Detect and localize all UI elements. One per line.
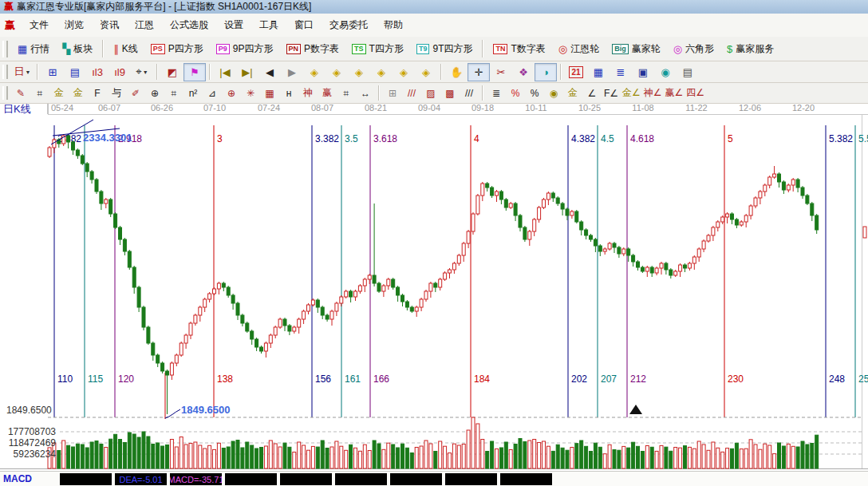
draw-tool-width-measure[interactable]: ↔ bbox=[356, 85, 375, 101]
draw-tool-pen-tool[interactable]: ✎ bbox=[11, 85, 30, 101]
draw-tool-shen-ruler[interactable]: 神 bbox=[298, 85, 318, 101]
toolbar-button-diamond-horizontal[interactable]: ◈ bbox=[326, 63, 348, 81]
draw-tool-angle-gold-tool[interactable]: 金∠ bbox=[621, 85, 642, 101]
toolbar-button-save[interactable]: ▣ bbox=[632, 63, 654, 81]
draw-tool-gold-ruler-1[interactable]: 金 bbox=[49, 85, 69, 101]
draw-tool-angle-ying-tool[interactable]: 赢∠ bbox=[664, 85, 685, 101]
draw-tool-percent-red-tool[interactable]: % bbox=[506, 85, 525, 101]
toolbar-button-bars-3[interactable]: ıl3 bbox=[86, 63, 108, 81]
draw-tool-compass-tool[interactable]: ⊕ bbox=[222, 85, 241, 101]
draw-tool-gold-line-tool[interactable]: 金 bbox=[563, 85, 582, 101]
draw-tool-list-percent-tool[interactable]: ≣ bbox=[487, 85, 506, 101]
toolbar-button-p-square[interactable]: PSP四方形 bbox=[144, 39, 210, 59]
toolbar-button-winner-wheel[interactable]: Big赢家轮 bbox=[606, 39, 667, 59]
menu-trade-order[interactable]: 交易委托 bbox=[322, 16, 376, 34]
toolbar-button-kline-style-dropdown[interactable]: 日▼ bbox=[11, 63, 34, 81]
toolbar-button-chart-network[interactable]: ⊞ bbox=[41, 63, 64, 81]
toolbar-grip[interactable] bbox=[2, 65, 8, 79]
marker-triangle[interactable] bbox=[629, 405, 642, 414]
toolbar-button-t-square[interactable]: TST四方形 bbox=[345, 39, 410, 59]
toolbar-button-winner-service[interactable]: $赢家服务 bbox=[720, 39, 780, 59]
toolbar-button-calculator[interactable]: ▦ bbox=[587, 63, 610, 81]
draw-tool-gold-ruler-2[interactable]: 金 bbox=[69, 85, 88, 101]
gann-top-label: 3.618 bbox=[373, 133, 397, 144]
toolbar-button-quotes[interactable]: ▦行情 bbox=[11, 39, 56, 59]
toolbar-button-pin-dropdown[interactable]: ⌖▼ bbox=[131, 63, 153, 81]
toolbar-button-calendar-21[interactable]: 21 bbox=[565, 63, 587, 81]
toolbar-button-hand-tool[interactable]: ✋ bbox=[445, 63, 468, 81]
menu-tools[interactable]: 工具 bbox=[251, 16, 286, 34]
toolbar-grip[interactable] bbox=[2, 86, 8, 101]
draw-tool-fan-lines-tool[interactable]: /// bbox=[402, 85, 421, 101]
toolbar-button-last-page[interactable]: ▶| bbox=[236, 63, 258, 81]
draw-tool-ruler-tool[interactable]: ⌗ bbox=[30, 85, 49, 101]
draw-tool-angle-four-tool[interactable]: 四∠ bbox=[685, 85, 706, 101]
draw-tool-angle-j-tool[interactable]: ∠ bbox=[582, 85, 602, 101]
toolbar-button-step-forward[interactable]: ▶ bbox=[281, 63, 303, 81]
draw-tool-clock-cycle-tool[interactable]: ⊕ bbox=[145, 85, 164, 101]
toolbar-button-crosshair-tool[interactable]: ✛ bbox=[468, 63, 490, 81]
draw-tool-hash-ruler[interactable]: ⌗ bbox=[164, 85, 183, 101]
toolbar-button-step-back[interactable]: ◀ bbox=[258, 63, 281, 81]
toolbar-button-gann-wheel[interactable]: ◎江恩轮 bbox=[552, 39, 606, 59]
toolbar-button-print[interactable]: ▤ bbox=[677, 63, 699, 81]
menu-help[interactable]: 帮助 bbox=[376, 16, 411, 34]
draw-tool-angle-shen-tool[interactable]: 神∠ bbox=[642, 85, 664, 101]
menu-window[interactable]: 窗口 bbox=[286, 16, 322, 34]
draw-tool-dense-box-tool[interactable]: ▩ bbox=[440, 85, 460, 101]
kline-chart-canvas[interactable]: 日K线 2.8821101152.91812031383.3821563.516… bbox=[0, 103, 868, 471]
toolbar-button-gann-shape-tool[interactable]: ❖ bbox=[512, 63, 535, 81]
web-save-icon: ◉ bbox=[661, 66, 669, 78]
toolbar-button-diamond-all[interactable]: ◈ bbox=[415, 63, 437, 81]
draw-tool-number-ruler-123[interactable]: ⌗ bbox=[337, 85, 356, 101]
toolbar-button-hexagon[interactable]: ◎六角形 bbox=[667, 39, 720, 59]
menu-browse[interactable]: 浏览 bbox=[57, 16, 92, 34]
toolbar-button-diamond-left[interactable]: ◈ bbox=[303, 63, 326, 81]
toolbar-button-diamond-out[interactable]: ◈ bbox=[393, 63, 415, 81]
toolbar-button-web-save[interactable]: ◉ bbox=[654, 63, 677, 81]
toolbar-button-t-number-table[interactable]: TNT数字表 bbox=[487, 39, 551, 59]
volume-bar bbox=[340, 446, 343, 468]
toolbar-grip[interactable] bbox=[2, 41, 8, 57]
draw-tool-f-ruler[interactable]: F bbox=[88, 85, 107, 101]
draw-tool-angle-f-tool[interactable]: F∠ bbox=[602, 85, 621, 101]
toolbar-button-color-flag[interactable]: ⚑ bbox=[183, 63, 206, 81]
toolbar-button-cycle-tool[interactable]: ◑ bbox=[535, 63, 557, 81]
toolbar-button-kline[interactable]: ∥K线 bbox=[107, 39, 144, 59]
draw-tool-angle-line-tool[interactable]: ⊿ bbox=[203, 85, 222, 101]
toolbar-button-info-document[interactable]: ▤ bbox=[64, 63, 86, 81]
toolbar-button-diamond-in[interactable]: ◈ bbox=[370, 63, 393, 81]
draw-tool-grid-web-tool[interactable]: ▦ bbox=[260, 85, 279, 101]
volume-bar bbox=[420, 446, 423, 468]
draw-tool-web-tool[interactable]: ✳ bbox=[241, 85, 260, 101]
toolbar-button-9t-square[interactable]: T99T四方形 bbox=[410, 39, 479, 59]
candle-body bbox=[105, 200, 108, 203]
draw-tool-red-pen-tool[interactable]: ✐ bbox=[126, 85, 145, 101]
draw-tool-frame-select-tool[interactable]: ⊞ bbox=[383, 85, 402, 101]
title-bar[interactable]: 赢 赢家江恩专业版[赢家内部服务平台] - [上证指数 SH1A0001-167… bbox=[0, 0, 868, 14]
toolbar-button-diamond-vertical[interactable]: ◈ bbox=[348, 63, 370, 81]
toolbar-button-bars-9[interactable]: ıl9 bbox=[108, 63, 131, 81]
toolbar-button-9p-square[interactable]: P99P四方形 bbox=[210, 39, 280, 59]
draw-tool-percent-tool[interactable]: % bbox=[525, 85, 544, 101]
toolbar-button-sectors[interactable]: ▚板块 bbox=[56, 39, 99, 59]
draw-tool-ying-ruler[interactable]: 赢 bbox=[318, 85, 337, 101]
toolbar-button-angle-measure-tool[interactable]: ✂ bbox=[490, 63, 512, 81]
draw-tool-parallel-lines-tool[interactable]: /// bbox=[460, 85, 479, 101]
menu-settings[interactable]: 设置 bbox=[216, 16, 251, 34]
diamond-horizontal-icon: ◈ bbox=[333, 66, 341, 78]
draw-tool-gold-circle-tool[interactable]: ◉ bbox=[544, 85, 563, 101]
toolbar-button-style-frame[interactable]: ◩ bbox=[161, 63, 183, 81]
toolbar-button-notebook[interactable]: ≣ bbox=[610, 63, 632, 81]
menu-news[interactable]: 资讯 bbox=[92, 16, 127, 34]
volume-bar bbox=[156, 443, 160, 468]
draw-tool-nine-ruler[interactable]: 与 bbox=[107, 85, 126, 101]
draw-tool-n2-tool[interactable]: n² bbox=[183, 85, 203, 101]
menu-formula-stock-pick[interactable]: 公式选股 bbox=[162, 16, 216, 34]
menu-gann[interactable]: 江恩 bbox=[127, 16, 162, 34]
toolbar-button-p-number-table[interactable]: PNP数字表 bbox=[280, 39, 346, 59]
draw-tool-k-mark-tool[interactable]: ʜ bbox=[279, 85, 298, 101]
draw-tool-hatch-box-tool[interactable]: ▨ bbox=[421, 85, 440, 101]
toolbar-button-first-page[interactable]: |◀ bbox=[214, 63, 236, 81]
menu-file[interactable]: 文件 bbox=[22, 16, 57, 34]
